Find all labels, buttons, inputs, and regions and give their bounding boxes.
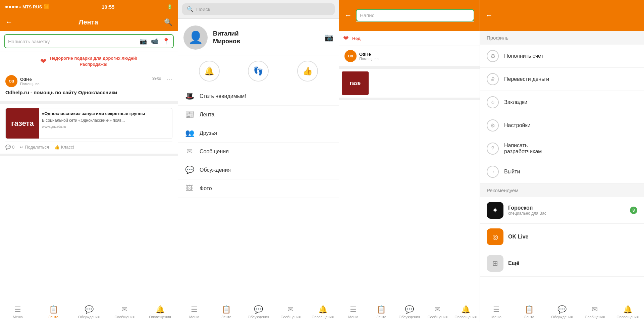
nav2-messages[interactable]: ✉ Сообщения (274, 302, 307, 322)
more-app-icon: ⊞ (487, 255, 503, 272)
nav3-messages-label: Сообщения (427, 315, 447, 319)
note-input-bar: Написать заметку 📷 📹 📍 (0, 31, 178, 52)
more-name: Ещё (508, 260, 519, 266)
nav4-notifications[interactable]: 🔔 Оповещения (611, 302, 644, 322)
recommend-section-label: Рекомендуем (487, 187, 518, 193)
likes-btn[interactable]: 👍 (297, 61, 318, 82)
nav-discussions[interactable]: 💬 Обсуждения (71, 302, 107, 322)
profile-menu-item-topup[interactable]: ✪ Пополнить счёт (480, 45, 644, 68)
notifications-icon: 🔔 (156, 305, 165, 314)
search-inner[interactable]: 🔍 Поиск (182, 3, 335, 15)
nav-lenta-label: Лента (48, 315, 58, 319)
nav2-discussions[interactable]: 💬 Обсуждения (243, 302, 275, 322)
nav2-lenta[interactable]: 📋 Лента (210, 302, 243, 322)
footprints-btn[interactable]: 👣 (248, 61, 269, 82)
menu-label-friends: Друзья (200, 130, 217, 136)
note-input-wrapper[interactable]: Написать заметку 📷 📹 📍 (4, 34, 174, 48)
profile-menu-item-bookmarks[interactable]: ☆ Закладки (480, 91, 644, 114)
feed-card-desc-2: В социальной сети «Одноклассники» появ..… (42, 118, 169, 123)
location-icon[interactable]: 📍 (162, 38, 170, 45)
comments-icon: 💬 (5, 145, 11, 150)
note-icons: 📷 📹 📍 (140, 38, 170, 45)
nav3-menu-label: Меню (348, 315, 358, 319)
dot2 (9, 6, 11, 8)
wifi-icon: 📶 (44, 4, 49, 9)
feed-card-content-2: газета «Одноклассники» запустили секретн… (6, 108, 172, 139)
nav4-menu[interactable]: ☰ Меню (480, 302, 513, 322)
more-text: Ещё (508, 260, 519, 266)
panel3-note-wrapper[interactable]: Напис (356, 9, 474, 21)
like-action[interactable]: 👍 Класс! (54, 145, 74, 150)
menu-item-messages[interactable]: ✉ Сообщения (178, 143, 339, 161)
profile-menu-item-logout[interactable]: → Выйти (480, 160, 644, 183)
ad-text-line1: Недорогие подарки для дорогих людей! (50, 55, 137, 61)
nav-notifications-label: Оповещения (149, 315, 171, 319)
avatar-person-icon: 👤 (188, 31, 203, 45)
nav4-discussions-icon: 💬 (557, 305, 567, 314)
ad-banner[interactable]: ❤ Недорогие подарки для дорогих людей! Р… (0, 52, 178, 71)
video-icon[interactable]: 📹 (151, 38, 158, 45)
ad-text: Недорогие подарки для дорогих людей! Рас… (50, 55, 137, 67)
nav-lenta[interactable]: 📋 Лента (36, 302, 71, 322)
topup-label: Пополнить счёт (504, 53, 543, 59)
profile-section-header: Профиль (480, 31, 644, 45)
nav2-notifications-icon: 🔔 (318, 305, 327, 314)
nav-messages[interactable]: ✉ Сообщения (107, 302, 142, 322)
nav2-notifications[interactable]: 🔔 Оповещения (307, 302, 339, 322)
comments-action[interactable]: 💬 0 (5, 145, 14, 150)
feed-more-1[interactable]: ⋯ (166, 75, 172, 83)
nav-discussions-label: Обсуждения (78, 315, 100, 319)
panel4-back-button[interactable]: ← (485, 11, 493, 20)
profile-menu-item-settings[interactable]: ⚙ Настройки (480, 114, 644, 137)
nav4-messages[interactable]: ✉ Сообщения (578, 302, 611, 322)
feed-item-2[interactable]: газета «Одноклассники» запустили секретн… (0, 104, 178, 156)
feed-actions-2: 💬 0 ↩ Поделиться 👍 Класс! (5, 142, 172, 150)
nav-messages-label: Сообщения (114, 315, 135, 319)
nav3-messages[interactable]: ✉ Сообщения (423, 302, 451, 322)
panel3-back-button[interactable]: ← (344, 11, 352, 20)
feed-card-2[interactable]: газета «Одноклассники» запустили секретн… (5, 108, 172, 139)
menu-item-friends[interactable]: 👥 Друзья (178, 124, 339, 143)
search-bar: 🔍 Поиск (178, 0, 339, 19)
recommend-oklive[interactable]: ◎ OK Live (480, 224, 644, 250)
settings-label: Настройки (504, 122, 530, 128)
ad-text-line2: Распродажа! (50, 61, 137, 67)
nav4-lenta[interactable]: 📋 Лента (513, 302, 546, 322)
search-button[interactable]: 🔍 (164, 18, 172, 26)
profile-menu-item-developer[interactable]: ? Написатьразработчикам (480, 137, 644, 160)
panel3-source-row: Od OdHe Помощь по (344, 50, 474, 62)
nav3-discussions[interactable]: 💬 Обсуждения (395, 302, 424, 322)
comments-count: 0 (12, 145, 14, 150)
nav2-menu-label: Меню (189, 315, 199, 319)
profile-menu-item-transfer[interactable]: ₽ Перевести деньги (480, 68, 644, 91)
feed-card-text-2: «Одноклассники» запустили секретные груп… (39, 108, 172, 139)
menu-list: 🎩 Стать невидимым! 📰 Лента 👥 Друзья ✉ Со… (178, 87, 339, 302)
friends-icon: 👥 (185, 129, 194, 138)
nav3-lenta[interactable]: 📋 Лента (367, 302, 395, 322)
search-placeholder: Поиск (196, 6, 210, 12)
like-icon: 👍 (54, 145, 60, 150)
recommend-more[interactable]: ⊞ Ещё (480, 250, 644, 277)
user-camera-icon[interactable]: 📷 (324, 33, 333, 42)
nav4-notifications-icon: 🔔 (623, 305, 632, 314)
nav2-menu[interactable]: ☰ Меню (178, 302, 210, 322)
nav-notifications[interactable]: 🔔 Оповещения (142, 302, 178, 322)
camera-icon[interactable]: 📷 (140, 38, 147, 45)
recommend-horoscope[interactable]: ✦ Гороскоп специально для Вас 8 (480, 197, 644, 224)
panel-lenta: MTS RUS 📶 10:55 🔋 ← Лента 🔍 Написать зам… (0, 0, 178, 322)
menu-label-messages: Сообщения (200, 149, 229, 155)
feed-item-1[interactable]: Od OdHe Помощь по 09:50 ⋯ Odhelp.ru - по… (0, 71, 178, 104)
menu-item-lenta[interactable]: 📰 Лента (178, 106, 339, 124)
menu-item-invisible[interactable]: 🎩 Стать невидимым! (178, 87, 339, 106)
back-button[interactable]: ← (5, 18, 13, 26)
menu-item-photo[interactable]: 🖼 Фото (178, 179, 339, 198)
share-action[interactable]: ↩ Поделиться (20, 145, 49, 150)
lenta-icon: 📋 (49, 305, 58, 314)
menu-label-discussions: Обсуждения (200, 167, 231, 173)
nav3-menu[interactable]: ☰ Меню (339, 302, 367, 322)
menu-item-discussions[interactable]: 💬 Обсуждения (178, 161, 339, 179)
notifications-btn[interactable]: 🔔 (199, 61, 220, 82)
nav4-discussions[interactable]: 💬 Обсуждения (546, 302, 579, 322)
nav3-notifications[interactable]: 🔔 Оповещения (451, 302, 480, 322)
nav-menu[interactable]: ☰ Меню (0, 302, 36, 322)
